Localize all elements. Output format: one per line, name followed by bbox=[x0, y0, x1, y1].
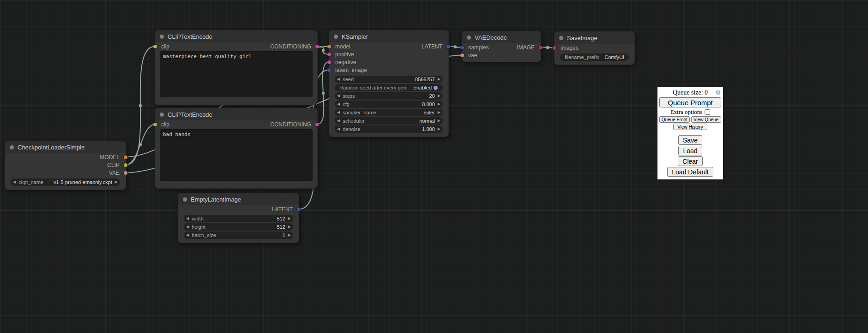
output-slot-clip[interactable]: CLIP bbox=[107, 161, 126, 169]
queue-prompt-button[interactable]: Queue Prompt bbox=[659, 97, 721, 107]
link-midpoint-dot[interactable] bbox=[139, 104, 142, 107]
input-slot-model[interactable]: model bbox=[329, 42, 350, 50]
widget-scheduler[interactable]: ◀ scheduler normal ▶ bbox=[335, 117, 443, 125]
node-title-bar[interactable]: KSampler bbox=[329, 30, 448, 42]
toggle-on-dot[interactable] bbox=[434, 86, 438, 90]
node-title-bar[interactable]: CLIPTextEncode bbox=[155, 108, 317, 120]
increment-arrow-icon[interactable]: ▶ bbox=[288, 223, 291, 231]
collapse-dot-icon[interactable] bbox=[10, 145, 14, 149]
output-slot-model[interactable]: MODEL bbox=[100, 153, 126, 161]
node-link[interactable] bbox=[126, 47, 155, 165]
conditioning-port-icon[interactable] bbox=[327, 53, 331, 56]
widget-width[interactable]: ◀ width 512 ▶ bbox=[184, 215, 293, 222]
output-slot-conditioning[interactable]: CONDITIONING bbox=[270, 42, 317, 50]
widget-denoise[interactable]: ◀ denoise 1.000 ▶ bbox=[335, 125, 443, 133]
input-slot-images[interactable]: images bbox=[555, 44, 579, 52]
node-title-bar[interactable]: EmptyLatentImage bbox=[178, 193, 299, 205]
node-link[interactable] bbox=[317, 62, 329, 125]
increment-arrow-icon[interactable]: ▶ bbox=[438, 117, 440, 125]
image-port-icon[interactable] bbox=[539, 46, 542, 49]
latent-port-icon[interactable] bbox=[446, 45, 450, 48]
node-canvas[interactable]: { "colors": { "link": "#99AA99", "node_b… bbox=[0, 0, 868, 333]
widget-sampler-name[interactable]: ◀ sampler_name euler ▶ bbox=[335, 109, 443, 116]
collapse-dot-icon[interactable] bbox=[467, 36, 471, 40]
node-title-bar[interactable]: CLIPTextEncode bbox=[155, 30, 317, 42]
node-title-bar[interactable]: SaveImage bbox=[555, 32, 634, 44]
widget-filename-prefix[interactable]: filename_prefix ComfyUI bbox=[560, 54, 629, 61]
input-slot-clip[interactable]: clip bbox=[155, 42, 169, 50]
conditioning-port-icon[interactable] bbox=[315, 45, 319, 48]
input-slot-positive[interactable]: positive bbox=[329, 50, 354, 58]
vae-port-icon[interactable] bbox=[124, 171, 127, 175]
decrement-arrow-icon[interactable]: ◀ bbox=[337, 125, 340, 133]
decrement-arrow-icon[interactable]: ◀ bbox=[186, 223, 189, 231]
widget-random-seed-toggle[interactable]: Random seed after every gen enabled bbox=[335, 84, 443, 91]
collapse-dot-icon[interactable] bbox=[334, 35, 338, 39]
load-default-button[interactable]: Load Default bbox=[667, 167, 713, 177]
output-slot-latent[interactable]: LATENT bbox=[272, 205, 299, 213]
collapse-dot-icon[interactable] bbox=[559, 36, 563, 40]
widget-seed[interactable]: ◀ seed 8566257 ▶ bbox=[335, 76, 443, 83]
node-title-bar[interactable]: CheckpointLoaderSimple bbox=[5, 141, 126, 153]
latent-port-icon[interactable] bbox=[297, 208, 301, 211]
link-midpoint-dot[interactable] bbox=[322, 49, 325, 52]
view-history-button[interactable]: View History bbox=[673, 124, 707, 130]
view-queue-button[interactable]: View Queue bbox=[691, 116, 722, 123]
prompt-textarea[interactable]: bad hands bbox=[160, 129, 313, 181]
node-ksampler[interactable]: KSampler model LATENT positive negative bbox=[329, 30, 449, 137]
latent-port-icon[interactable] bbox=[460, 46, 464, 49]
settings-gear-icon[interactable] bbox=[715, 89, 721, 95]
input-slot-vae[interactable]: vae bbox=[462, 51, 477, 59]
decrement-arrow-icon[interactable]: ◀ bbox=[186, 232, 189, 239]
link-midpoint-dot[interactable] bbox=[139, 143, 142, 146]
node-clip-text-encode-negative[interactable]: CLIPTextEncode clip CONDITIONING bad han… bbox=[155, 108, 318, 189]
increment-arrow-icon[interactable]: ▶ bbox=[438, 92, 440, 100]
widget-ckpt-name[interactable]: ◀ ckpt_name v1-5-pruned-emaonly.ckpt ▶ bbox=[11, 178, 120, 186]
decrement-arrow-icon[interactable]: ◀ bbox=[337, 109, 340, 116]
save-button[interactable]: Save bbox=[678, 135, 702, 145]
clip-port-icon[interactable] bbox=[153, 123, 157, 126]
decrement-arrow-icon[interactable]: ◀ bbox=[337, 101, 340, 108]
output-slot-image[interactable]: IMAGE bbox=[517, 43, 541, 51]
node-vae-decode[interactable]: VAEDecode samples IMAGE vae bbox=[462, 31, 541, 62]
collapse-dot-icon[interactable] bbox=[160, 113, 164, 117]
output-slot-conditioning[interactable]: CONDITIONING bbox=[270, 120, 317, 128]
model-port-icon[interactable] bbox=[124, 155, 127, 159]
queue-front-button[interactable]: Queue Front bbox=[659, 116, 690, 123]
node-save-image[interactable]: SaveImage images filename_prefix ComfyUI bbox=[554, 31, 635, 65]
collapse-dot-icon[interactable] bbox=[160, 35, 164, 39]
input-slot-samples[interactable]: samples bbox=[462, 43, 489, 51]
latent-port-icon[interactable] bbox=[327, 68, 331, 72]
decrement-arrow-icon[interactable]: ◀ bbox=[186, 215, 189, 222]
increment-arrow-icon[interactable]: ▶ bbox=[438, 76, 440, 83]
widget-height[interactable]: ◀ height 512 ▶ bbox=[184, 223, 293, 231]
output-slot-vae[interactable]: VAE bbox=[109, 169, 126, 177]
load-button[interactable]: Load bbox=[678, 146, 702, 155]
increment-arrow-icon[interactable]: ▶ bbox=[438, 125, 440, 133]
vae-port-icon[interactable] bbox=[460, 54, 464, 57]
input-slot-negative[interactable]: negative bbox=[329, 58, 356, 66]
link-midpoint-dot[interactable] bbox=[322, 92, 325, 95]
input-slot-latent-image[interactable]: latent_image bbox=[329, 66, 367, 74]
input-slot-clip[interactable]: clip bbox=[155, 120, 169, 128]
model-port-icon[interactable] bbox=[327, 45, 331, 48]
clear-button[interactable]: Clear bbox=[678, 156, 702, 166]
decrement-arrow-icon[interactable]: ◀ bbox=[337, 76, 340, 83]
comfy-menu[interactable]: Queue size: 0 Queue Prompt Extra options… bbox=[657, 87, 723, 179]
decrement-arrow-icon[interactable]: ◀ bbox=[13, 178, 16, 186]
conditioning-port-icon[interactable] bbox=[327, 60, 331, 64]
increment-arrow-icon[interactable]: ▶ bbox=[115, 178, 118, 186]
node-empty-latent-image[interactable]: EmptyLatentImage LATENT ◀ width 512 ▶ ◀ … bbox=[178, 193, 299, 243]
clip-port-icon[interactable] bbox=[153, 45, 157, 48]
output-slot-latent[interactable]: LATENT bbox=[422, 42, 448, 50]
widget-cfg[interactable]: ◀ cfg 8.000 ▶ bbox=[335, 101, 443, 108]
link-midpoint-dot[interactable] bbox=[546, 46, 549, 49]
decrement-arrow-icon[interactable]: ◀ bbox=[337, 117, 340, 125]
node-clip-text-encode-positive[interactable]: CLIPTextEncode clip CONDITIONING masterp… bbox=[155, 30, 318, 105]
decrement-arrow-icon[interactable]: ◀ bbox=[337, 92, 340, 100]
increment-arrow-icon[interactable]: ▶ bbox=[438, 109, 440, 116]
conditioning-port-icon[interactable] bbox=[315, 123, 319, 126]
clip-port-icon[interactable] bbox=[124, 163, 127, 167]
widget-steps[interactable]: ◀ steps 20 ▶ bbox=[335, 92, 443, 100]
collapse-dot-icon[interactable] bbox=[183, 197, 187, 202]
